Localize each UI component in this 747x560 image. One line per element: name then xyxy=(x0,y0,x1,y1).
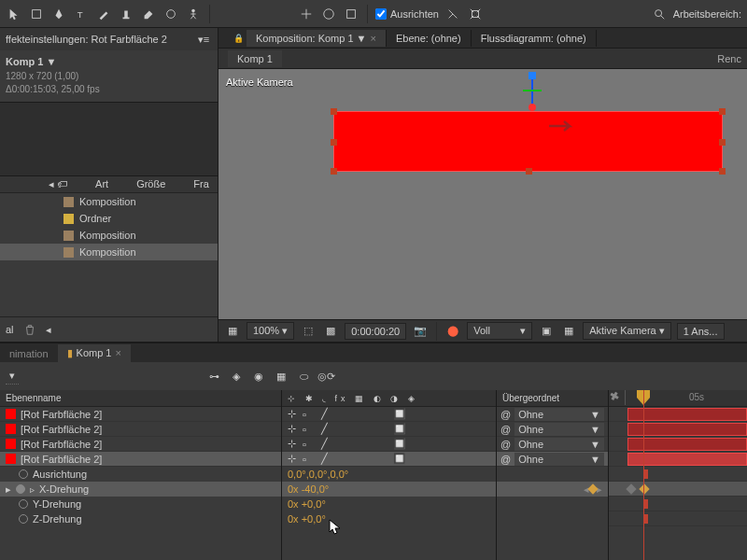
composition-viewer[interactable]: Aktive Kamera xyxy=(218,69,747,319)
handle-bottom-left[interactable] xyxy=(331,168,337,175)
workspace-label[interactable]: Arbeitsbereich: xyxy=(673,8,741,20)
snap-checkbox[interactable]: Ausrichten xyxy=(375,8,439,20)
layer-row[interactable]: [Rot Farbfläche 2] xyxy=(0,422,281,437)
timeline-tracks[interactable]: 05s xyxy=(609,390,747,560)
hand-tool-icon[interactable] xyxy=(28,6,45,22)
motion-blur-icon[interactable]: ◉ xyxy=(250,368,267,385)
grid-toggle-icon[interactable]: ▦ xyxy=(560,323,577,340)
parent-dropdown[interactable]: Ohne▼ xyxy=(514,438,604,451)
parent-dropdown[interactable]: Ohne▼ xyxy=(514,408,604,421)
handle-mid-right[interactable] xyxy=(719,139,726,146)
pickwhip-icon[interactable]: @ xyxy=(500,454,511,465)
resolution-dropdown[interactable]: Voll ▾ xyxy=(467,322,532,340)
property-orientation[interactable]: Ausrichtung xyxy=(0,467,281,482)
snapshot-icon[interactable]: 📷 xyxy=(412,323,429,340)
snap-expand-icon-1[interactable] xyxy=(444,6,461,22)
handle-bottom-mid[interactable] xyxy=(526,168,532,175)
resolution-icon[interactable]: ⬚ xyxy=(300,323,317,340)
graph-editor-icon[interactable]: ▦ xyxy=(273,368,289,385)
parent-dropdown[interactable]: Ohne▼ xyxy=(514,423,604,436)
switches-row[interactable]: ⊹▫╱🔲 xyxy=(282,407,496,422)
property-y-rotation[interactable]: Y-Drehung xyxy=(0,497,281,511)
eraser-tool-icon[interactable] xyxy=(140,6,157,22)
pen-tool-icon[interactable] xyxy=(50,6,67,22)
keyframe-marker[interactable] xyxy=(644,469,648,479)
grid-icon[interactable]: ▦ xyxy=(224,323,241,340)
timeline-search[interactable]: ▾ xyxy=(6,368,19,385)
keyframe-icon[interactable] xyxy=(626,483,636,494)
project-item[interactable]: Komposition xyxy=(0,244,218,260)
snap-expand-icon-2[interactable] xyxy=(467,6,484,22)
project-item[interactable]: Ordner xyxy=(0,210,218,227)
keyframe-icon[interactable] xyxy=(639,483,649,494)
stamp-tool-icon[interactable] xyxy=(118,6,134,22)
composition-tab[interactable]: Komposition: Komp 1 ▼× xyxy=(247,30,387,47)
comp-tab[interactable]: Komp 1 xyxy=(228,50,282,67)
stopwatch-icon[interactable] xyxy=(19,469,28,479)
timeline-panel: nimation ▮ Komp 1 × ▾ ⊶ ◈ ◉ ▦ ⬭ ◎⟳ Ebene… xyxy=(0,342,747,560)
property-z-rotation[interactable]: Z-Drehung xyxy=(0,511,281,526)
delete-icon[interactable] xyxy=(21,321,38,338)
orientation-value[interactable]: 0,0°,0,0°,0,0° xyxy=(288,469,348,480)
keyframe-marker[interactable] xyxy=(644,499,648,509)
handle-top-right[interactable] xyxy=(719,108,726,115)
auto-keyframe-icon[interactable]: ◎⟳ xyxy=(317,368,334,385)
puppet-tool-icon[interactable] xyxy=(185,6,202,22)
layer-row[interactable]: [Rot Farbfläche 2] xyxy=(0,437,281,452)
x-rotation-value[interactable]: 0x -40,0° xyxy=(288,483,329,495)
handle-mid-left[interactable] xyxy=(331,139,337,146)
brainstorm-icon[interactable]: ⬭ xyxy=(295,368,312,385)
axis-world-icon[interactable] xyxy=(320,6,337,22)
zoom-dropdown[interactable]: 100% ▾ xyxy=(247,322,294,340)
red-solid-layer[interactable] xyxy=(333,111,723,172)
scroll-left-icon[interactable]: ◂ xyxy=(46,324,51,336)
comp-title[interactable]: Komp 1 ▼ xyxy=(6,56,212,67)
y-rotation-value[interactable]: 0x +0,0° xyxy=(288,498,326,510)
animation-tab[interactable]: nimation xyxy=(0,345,58,362)
switches-row[interactable]: ⊹▫╱🔲 xyxy=(282,437,496,452)
axis-view-icon[interactable] xyxy=(343,6,359,22)
render-button[interactable]: Renc xyxy=(717,53,747,64)
property-x-rotation[interactable]: ▸▹ X-Drehung xyxy=(0,482,281,497)
flowchart-tab[interactable]: Flussdiagramm: (ohne) xyxy=(472,30,597,47)
selection-tool-icon[interactable] xyxy=(6,6,22,22)
camera-dropdown[interactable]: Aktive Kamera ▾ xyxy=(583,322,671,340)
rotobrush-tool-icon[interactable] xyxy=(162,6,179,22)
z-rotation-value[interactable]: 0x +0,0° xyxy=(288,513,326,525)
transparency-icon[interactable]: ▩ xyxy=(322,323,339,340)
brush-tool-icon[interactable] xyxy=(95,6,112,22)
switches-row[interactable]: ⊹▫╱🔲 xyxy=(282,452,496,467)
layer-row[interactable]: [Rot Farbfläche 2] xyxy=(0,452,281,467)
text-tool-icon[interactable]: T xyxy=(73,6,90,22)
handle-top-left[interactable] xyxy=(331,108,337,115)
stopwatch-icon[interactable] xyxy=(19,499,28,509)
pickwhip-icon[interactable]: @ xyxy=(500,424,511,435)
project-item[interactable]: Komposition xyxy=(0,227,218,244)
views-dropdown[interactable]: 1 Ans... xyxy=(677,323,725,340)
timeline-comp-tab[interactable]: ▮ Komp 1 × xyxy=(58,344,131,362)
stopwatch-icon[interactable] xyxy=(19,514,28,524)
current-time-indicator[interactable] xyxy=(643,390,644,560)
project-item[interactable]: Komposition xyxy=(0,193,218,210)
panel-menu-icon[interactable]: ▾≡ xyxy=(195,31,212,48)
channel-icon[interactable]: ⬤ xyxy=(444,323,461,340)
search-icon[interactable] xyxy=(651,6,668,22)
pickwhip-icon[interactable]: @ xyxy=(500,409,511,420)
close-icon[interactable]: × xyxy=(116,347,121,359)
layer-tab[interactable]: Ebene: (ohne) xyxy=(387,30,472,47)
handle-bottom-right[interactable] xyxy=(719,168,726,175)
lock-icon[interactable]: 🔒 xyxy=(230,30,247,47)
roi-icon[interactable]: ▣ xyxy=(538,323,555,340)
pickwhip-icon[interactable]: @ xyxy=(500,439,511,450)
switches-row[interactable]: ⊹▫╱🔲 xyxy=(282,422,496,437)
axis-local-icon[interactable] xyxy=(298,6,315,22)
layer-row[interactable]: [Rot Farbfläche 2] xyxy=(0,407,281,422)
current-time[interactable]: 0:00:00:20 xyxy=(345,323,406,340)
stopwatch-icon[interactable] xyxy=(16,484,25,494)
close-icon[interactable]: × xyxy=(371,33,376,44)
parent-dropdown[interactable]: Ohne▼ xyxy=(514,453,604,466)
keyframe-marker[interactable] xyxy=(644,514,648,524)
frame-blend-icon[interactable]: ◈ xyxy=(228,368,245,385)
3d-anchor-gizmo[interactable] xyxy=(523,72,542,113)
shy-icon[interactable]: ⊶ xyxy=(205,368,222,385)
